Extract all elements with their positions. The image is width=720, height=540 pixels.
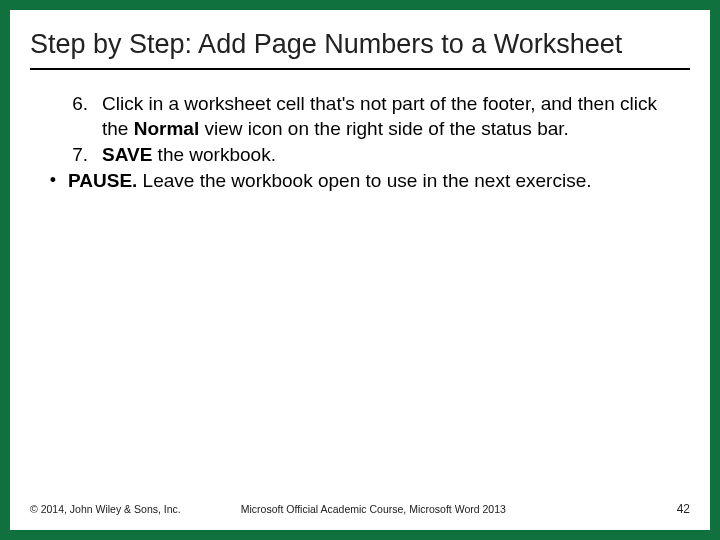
step-row: 7. SAVE the workbook.	[30, 143, 690, 167]
text-post: the workbook.	[152, 144, 276, 165]
slide-content: 6. Click in a worksheet cell that's not …	[30, 92, 690, 496]
slide-footer: © 2014, John Wiley & Sons, Inc. Microsof…	[30, 496, 690, 516]
step-text: SAVE the workbook.	[102, 143, 690, 167]
slide-frame: Step by Step: Add Page Numbers to a Work…	[0, 0, 720, 540]
footer-copyright: © 2014, John Wiley & Sons, Inc.	[30, 503, 181, 515]
bullet-row: • PAUSE. Leave the workbook open to use …	[30, 169, 690, 193]
step-text: Click in a worksheet cell that's not par…	[102, 92, 690, 141]
slide-body: Step by Step: Add Page Numbers to a Work…	[10, 10, 710, 530]
text-bold: SAVE	[102, 144, 152, 165]
slide-title: Step by Step: Add Page Numbers to a Work…	[30, 28, 690, 70]
bullet-text: PAUSE. Leave the workbook open to use in…	[68, 169, 690, 193]
text-post: Leave the workbook open to use in the ne…	[137, 170, 591, 191]
text-bold: PAUSE.	[68, 170, 137, 191]
step-number: 6.	[30, 92, 102, 141]
bullet-marker: •	[30, 169, 68, 193]
footer-page-number: 42	[677, 502, 690, 516]
text-post: view icon on the right side of the statu…	[199, 118, 569, 139]
step-number: 7.	[30, 143, 102, 167]
step-row: 6. Click in a worksheet cell that's not …	[30, 92, 690, 141]
text-bold: Normal	[134, 118, 199, 139]
footer-course: Microsoft Official Academic Course, Micr…	[181, 503, 677, 515]
